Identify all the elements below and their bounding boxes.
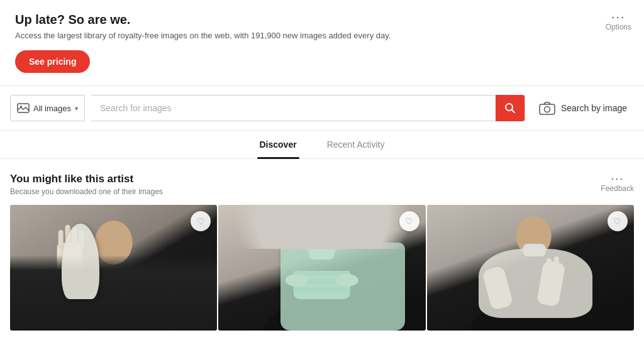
svg-point-16 [304,219,340,260]
search-input[interactable] [91,96,496,121]
section-title-group: You might like this artist Because you d… [10,173,163,196]
svg-rect-21 [294,287,350,292]
options-dots-icon: ··· [611,10,626,23]
search-by-image-button[interactable]: Search by image [531,95,634,121]
svg-rect-11 [65,225,70,247]
section-subtitle: Because you downloaded one of their imag… [10,187,163,196]
see-pricing-button[interactable]: See pricing [15,50,90,73]
options-label: Options [606,23,631,31]
banner-section: Up late? So are we. Access the largest l… [0,0,644,86]
section-header: You might like this artist Because you d… [0,159,644,205]
svg-rect-10 [58,230,64,249]
svg-rect-31 [553,256,558,268]
svg-point-25 [467,296,593,331]
svg-rect-9 [57,243,82,299]
heart-icon-1: ♡ [197,216,205,226]
section-title: You might like this artist [10,173,163,185]
svg-rect-14 [218,205,425,331]
svg-point-23 [336,274,358,287]
svg-rect-19 [294,271,350,276]
image-card-1[interactable]: ♡ [10,205,217,331]
search-bar-container: All images ▾ Search by image [0,86,644,131]
tabs-container: Discover Recent Activity [0,131,644,159]
search-input-wrapper [91,95,525,121]
svg-rect-12 [72,227,77,247]
heart-icon-3: ♡ [613,216,621,226]
image-3-visual [427,205,634,331]
image-card-3[interactable]: ♡ [427,205,634,331]
search-by-image-label: Search by image [561,103,627,113]
search-type-label: All images [33,104,71,113]
svg-rect-20 [294,279,350,284]
svg-rect-13 [79,230,84,248]
svg-rect-18 [294,271,350,299]
svg-rect-17 [309,246,335,260]
heart-icon-2: ♡ [405,216,413,226]
image-grid: ♡ [0,205,644,341]
image-type-icon [17,103,30,114]
svg-line-3 [511,110,514,113]
svg-rect-4 [540,104,555,114]
svg-rect-30 [546,258,551,270]
image-2-visual [218,205,425,331]
search-submit-button[interactable] [496,95,525,121]
svg-rect-28 [482,265,514,310]
feedback-button[interactable]: ··· Feedback [601,173,634,193]
favorite-button-2[interactable]: ♡ [399,211,419,231]
svg-rect-29 [536,260,566,307]
camera-icon [538,99,556,117]
favorite-button-3[interactable]: ♡ [608,211,628,231]
svg-point-7 [57,299,170,331]
feedback-dots-icon: ··· [611,173,624,184]
options-button[interactable]: ··· Options [606,10,631,31]
search-icon [504,102,516,114]
svg-point-5 [544,107,550,112]
search-type-selector[interactable]: All images ▾ [10,95,85,121]
chevron-down-icon: ▾ [75,105,78,112]
banner-description: Access the largest library of royalty-fr… [15,31,629,40]
svg-rect-27 [523,244,545,256]
svg-point-22 [286,274,308,287]
image-1-visual [10,205,217,331]
tab-discover[interactable]: Discover [257,131,299,158]
image-card-2[interactable]: ♡ [218,205,425,331]
tab-recent-activity[interactable]: Recent Activity [325,131,387,158]
feedback-label: Feedback [601,184,634,193]
banner-title: Up late? So are we. [15,13,629,27]
svg-point-26 [516,216,551,256]
svg-point-8 [95,221,133,265]
